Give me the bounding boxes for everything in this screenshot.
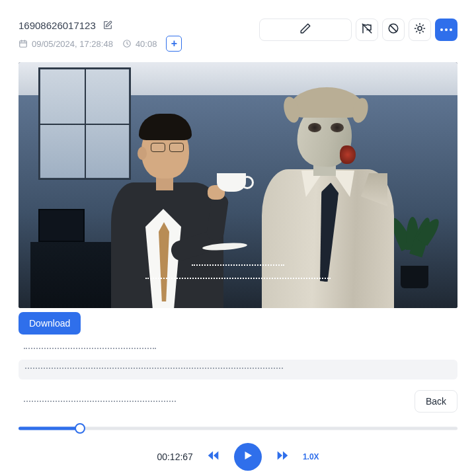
download-button[interactable]: Download (19, 312, 81, 335)
svg-marker-18 (214, 452, 218, 460)
pencil-icon (299, 22, 311, 37)
forward-icon (275, 448, 290, 465)
svg-marker-21 (278, 452, 282, 460)
rewind-icon (206, 448, 221, 465)
video-player[interactable] (19, 62, 457, 308)
slider-thumb[interactable] (75, 423, 85, 434)
transcript-line (24, 401, 176, 402)
svg-line-10 (416, 31, 417, 32)
more-actions-button[interactable] (435, 19, 457, 41)
svg-marker-20 (283, 452, 288, 460)
svg-marker-17 (208, 452, 213, 460)
svg-line-2 (390, 25, 397, 32)
svg-line-6 (416, 25, 417, 26)
current-time: 00:12:67 (157, 452, 193, 462)
playback-speed-toggle[interactable]: 1.0X (303, 452, 319, 461)
svg-point-3 (418, 26, 422, 30)
progress-slider[interactable] (19, 423, 457, 434)
svg-rect-12 (20, 41, 27, 47)
more-icon (440, 28, 452, 31)
add-tag-button[interactable]: + (166, 36, 182, 52)
rewind-button[interactable] (206, 448, 221, 465)
record-duration: 40:08 (136, 39, 157, 49)
flag-off-button[interactable] (356, 19, 378, 41)
play-icon (242, 450, 254, 464)
clock-icon (122, 39, 132, 48)
svg-line-11 (422, 25, 423, 26)
transcript-line (24, 348, 156, 353)
annotate-button[interactable] (259, 19, 352, 41)
flag-off-icon (361, 22, 373, 37)
back-button[interactable]: Back (415, 390, 457, 413)
subtitle-line-1 (192, 264, 284, 266)
record-datetime: 09/05/2024, 17:28:48 (32, 39, 113, 49)
transcript-block-active[interactable] (19, 360, 457, 379)
sun-icon (414, 22, 426, 37)
record-id: 16908626017123 (19, 20, 96, 31)
edit-title-button[interactable] (101, 19, 114, 32)
theme-toggle-button[interactable] (409, 19, 431, 41)
calendar-icon (19, 39, 28, 48)
disable-button[interactable] (382, 19, 405, 41)
play-button[interactable] (234, 443, 262, 471)
transcript-line (25, 368, 283, 373)
forward-button[interactable] (275, 448, 290, 465)
svg-line-7 (422, 31, 423, 32)
subtitle-line-2 (145, 278, 331, 279)
ban-icon (387, 22, 399, 37)
plus-icon: + (171, 38, 177, 49)
video-person-right (250, 90, 402, 308)
svg-marker-19 (245, 452, 252, 459)
